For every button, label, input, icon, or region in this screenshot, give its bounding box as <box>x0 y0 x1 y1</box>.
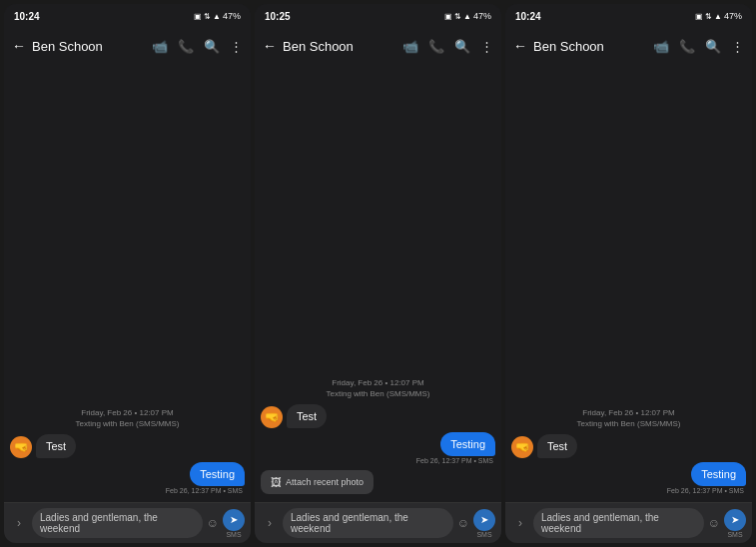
header-1: ← Ben Schoon 📹 📞 🔍 ⋮ <box>4 26 251 66</box>
bubble-received-2: Test <box>287 404 327 428</box>
send-label-2: SMS <box>473 531 495 538</box>
phone-2: 10:25 ▣ ⇅ ▲ 47% ← Ben Schoon 📹 📞 🔍 ⋮ Fri… <box>255 4 501 543</box>
attach-label-2: Attach recent photo <box>286 477 364 487</box>
search-icon-3[interactable]: 🔍 <box>705 39 721 54</box>
call-icon-1[interactable]: 📞 <box>178 39 194 54</box>
attach-icon-2: 🖼 <box>271 476 282 488</box>
message-received-2: 🤜 Test <box>261 404 495 428</box>
phone-1: 10:24 ▣ ⇅ ▲ 47% ← Ben Schoon 📹 📞 🔍 ⋮ Fri… <box>4 4 251 543</box>
sent-meta-2: Testing Feb 26, 12:37 PM • SMS <box>416 432 495 464</box>
call-icon-2[interactable]: 📞 <box>428 39 444 54</box>
status-icons-2: ▣ ⇅ ▲ 47% <box>444 11 491 21</box>
battery-2: 47% <box>473 11 491 21</box>
more-icon-2[interactable]: ⋮ <box>480 39 493 54</box>
header-icons-1: 📹 📞 🔍 ⋮ <box>152 39 243 54</box>
input-placeholder-2: Ladies and gentleman, the weekend <box>291 512 445 534</box>
chat-area-1: Friday, Feb 26 • 12:07 PM Texting with B… <box>4 66 251 502</box>
status-icons-3: ▣ ⇅ ▲ 47% <box>695 11 742 21</box>
context-label-2: Texting with Ben (SMS/MMS) <box>261 389 495 398</box>
status-time-1: 10:24 <box>14 11 40 22</box>
send-button-1[interactable]: ➤ <box>223 509 245 531</box>
video-icon-2[interactable]: 📹 <box>402 39 418 54</box>
date-label-3: Friday, Feb 26 • 12:07 PM <box>511 408 746 417</box>
back-button-3[interactable]: ← <box>513 38 527 54</box>
context-label-1: Texting with Ben (SMS/MMS) <box>10 419 245 428</box>
msg-meta-3: Feb 26, 12:37 PM • SMS <box>667 487 744 494</box>
bubble-sent-3: Testing <box>691 462 746 486</box>
send-group-1: ➤ SMS <box>223 509 245 538</box>
more-icon-1[interactable]: ⋮ <box>230 39 243 54</box>
emoji-icon-2[interactable]: ☺ <box>457 516 469 530</box>
avatar-1: 🤜 <box>10 436 32 458</box>
video-icon-1[interactable]: 📹 <box>152 39 168 54</box>
input-area-1: › Ladies and gentleman, the weekend ☺ ➤ … <box>4 502 251 543</box>
search-icon-2[interactable]: 🔍 <box>454 39 470 54</box>
input-placeholder-1: Ladies and gentleman, the weekend <box>40 512 195 534</box>
status-time-2: 10:25 <box>265 11 291 22</box>
battery-3: 47% <box>724 11 742 21</box>
input-right-1: ☺ ➤ SMS <box>207 509 245 538</box>
input-area-2: › Ladies and gentleman, the weekend ☺ ➤ … <box>255 502 501 543</box>
send-group-2: ➤ SMS <box>473 509 495 538</box>
header-2: ← Ben Schoon 📹 📞 🔍 ⋮ <box>255 26 501 66</box>
header-3: ← Ben Schoon 📹 📞 🔍 ⋮ <box>505 26 752 66</box>
sent-meta-3: Testing Feb 26, 12:37 PM • SMS <box>667 462 746 494</box>
message-sent-1: Testing Feb 26, 12:37 PM • SMS <box>10 462 245 494</box>
status-time-3: 10:24 <box>515 11 541 22</box>
bubble-received-3: Test <box>537 434 577 458</box>
send-label-1: SMS <box>223 531 245 538</box>
more-icon-3[interactable]: ⋮ <box>731 39 744 54</box>
send-label-3: SMS <box>724 531 746 538</box>
header-icons-2: 📹 📞 🔍 ⋮ <box>402 39 493 54</box>
emoji-icon-1[interactable]: ☺ <box>207 516 219 530</box>
message-sent-3: Testing Feb 26, 12:37 PM • SMS <box>511 462 746 494</box>
avatar-2: 🤜 <box>261 406 283 428</box>
expand-btn-1[interactable]: › <box>10 516 28 530</box>
header-title-3: Ben Schoon <box>533 39 647 54</box>
signal-icon-3: ▣ ⇅ ▲ <box>695 12 722 21</box>
signal-icon-2: ▣ ⇅ ▲ <box>444 12 471 21</box>
status-icons-1: ▣ ⇅ ▲ 47% <box>194 11 241 21</box>
header-title-2: Ben Schoon <box>283 39 396 54</box>
input-right-2: ☺ ➤ SMS <box>457 509 495 538</box>
date-label-1: Friday, Feb 26 • 12:07 PM <box>10 408 245 417</box>
sent-meta-1: Testing Feb 26, 12:37 PM • SMS <box>166 462 245 494</box>
message-received-1: 🤜 Test <box>10 434 245 458</box>
bubble-sent-1: Testing <box>190 462 245 486</box>
expand-btn-3[interactable]: › <box>511 516 529 530</box>
emoji-icon-3[interactable]: ☺ <box>708 516 720 530</box>
message-sent-2: Testing Feb 26, 12:37 PM • SMS <box>261 432 495 464</box>
search-icon-1[interactable]: 🔍 <box>204 39 220 54</box>
msg-meta-1: Feb 26, 12:37 PM • SMS <box>166 487 243 494</box>
avatar-3: 🤜 <box>511 436 533 458</box>
input-field-1[interactable]: Ladies and gentleman, the weekend <box>32 508 203 538</box>
expand-btn-2[interactable]: › <box>261 516 279 530</box>
bubble-sent-2: Testing <box>440 432 495 456</box>
send-group-3: ➤ SMS <box>724 509 746 538</box>
back-button-1[interactable]: ← <box>12 38 26 54</box>
context-label-3: Texting with Ben (SMS/MMS) <box>511 419 746 428</box>
input-right-3: ☺ ➤ SMS <box>708 509 746 538</box>
back-button-2[interactable]: ← <box>263 38 277 54</box>
input-area-3: › Ladies and gentleman, the weekend ☺ ➤ … <box>505 502 752 543</box>
send-button-2[interactable]: ➤ <box>473 509 495 531</box>
attach-button-2[interactable]: 🖼 Attach recent photo <box>261 470 374 494</box>
phone-3: 10:24 ▣ ⇅ ▲ 47% ← Ben Schoon 📹 📞 🔍 ⋮ Fri… <box>505 4 752 543</box>
status-bar-2: 10:25 ▣ ⇅ ▲ 47% <box>255 4 501 26</box>
status-bar-1: 10:24 ▣ ⇅ ▲ 47% <box>4 4 251 26</box>
signal-icon-1: ▣ ⇅ ▲ <box>194 12 221 21</box>
date-label-2: Friday, Feb 26 • 12:07 PM <box>261 378 495 387</box>
phones-container: 10:24 ▣ ⇅ ▲ 47% ← Ben Schoon 📹 📞 🔍 ⋮ Fri… <box>0 0 756 547</box>
input-field-2[interactable]: Ladies and gentleman, the weekend <box>283 508 453 538</box>
battery-1: 47% <box>223 11 241 21</box>
header-title-1: Ben Schoon <box>32 39 146 54</box>
chat-area-2: Friday, Feb 26 • 12:07 PM Texting with B… <box>255 66 501 502</box>
bubble-received-1: Test <box>36 434 76 458</box>
input-field-3[interactable]: Ladies and gentleman, the weekend <box>533 508 704 538</box>
video-icon-3[interactable]: 📹 <box>653 39 669 54</box>
msg-meta-2: Feb 26, 12:37 PM • SMS <box>416 457 493 464</box>
status-bar-3: 10:24 ▣ ⇅ ▲ 47% <box>505 4 752 26</box>
call-icon-3[interactable]: 📞 <box>679 39 695 54</box>
send-button-3[interactable]: ➤ <box>724 509 746 531</box>
chat-area-3: Friday, Feb 26 • 12:07 PM Texting with B… <box>505 66 752 502</box>
